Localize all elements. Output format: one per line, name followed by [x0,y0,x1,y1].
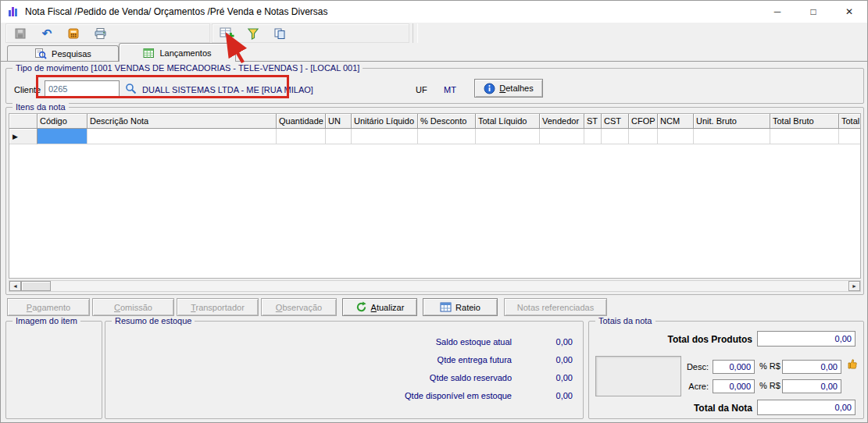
grid-cell[interactable] [418,129,476,144]
grid-cell[interactable] [839,129,861,144]
totals-legend: Totais da nota [595,316,655,325]
total-produtos-label: Total dos Produtos [668,334,752,345]
item-image-legend: Imagem do item [13,316,80,325]
item-image-groupbox: Imagem do item [5,321,102,419]
action-button-label: Rateio [455,303,480,312]
action-button-pagamento[interactable]: Pagamento [7,298,90,316]
grid-cell[interactable] [540,129,584,144]
cliente-code-input[interactable] [45,80,120,98]
grid-header-cell[interactable]: Unitário Líquido [352,114,418,129]
save-icon [14,27,27,40]
acre-label: Acre: [685,382,709,391]
action-button-notas-referenciadas[interactable]: Notas referenciadas [504,298,607,316]
grid-row-selector[interactable]: ▶ [9,129,38,144]
total-nota-value: 0,00 [757,400,855,415]
grid-cell[interactable] [658,129,694,144]
calculator-button[interactable] [63,24,84,42]
grid-header-cell[interactable]: CST [602,114,629,129]
grid-header-cell[interactable]: Total [839,114,861,129]
ledger-icon [143,48,155,59]
thumbs-up-icon[interactable] [846,357,859,371]
grid-cell[interactable] [629,129,658,144]
table-icon [440,302,452,312]
filter-icon [247,27,259,40]
grid-header-row: CódigoDescrição NotaQuantidadeUNUnitário… [9,114,860,129]
toolbar-panel-main: ↶ [5,23,210,43]
tab-lancamentos[interactable]: Lançamentos [119,43,236,62]
print-button[interactable] [90,24,110,42]
action-button-label: Comissão [114,303,152,312]
grid-cell[interactable] [584,129,602,144]
undo-button[interactable]: ↶ [37,24,57,42]
action-button-observacao[interactable]: Observação [261,298,337,316]
grid-header-cell[interactable]: Total Líquido [476,114,540,129]
grid-cell[interactable] [476,129,540,144]
horizontal-scrollbar[interactable]: ◄ ► [9,280,861,292]
action-button-transportador[interactable]: Transportador [177,298,259,316]
minimize-button[interactable]: ─ [759,1,795,23]
grid-cell[interactable] [88,129,277,144]
tab-lancamentos-label: Lançamentos [159,48,211,58]
stock-value: 0,00 [512,355,573,364]
total-nota-label: Total da Nota [694,403,752,414]
grid-data-row: ▶ [9,129,860,144]
grid-cell[interactable] [326,129,352,144]
grid-header-cell[interactable]: Descrição Nota [88,114,277,129]
stock-row: Qtde entrega futura0,00 [113,350,573,368]
filter-button[interactable] [243,24,263,42]
acre-percent-field[interactable]: 0,000 [713,379,755,393]
grid-cell[interactable] [602,129,629,144]
detalhes-button[interactable]: Detalhes [474,79,543,98]
grid-cell[interactable] [694,129,770,144]
stock-label: Saldo estoque atual [436,337,512,347]
scrollbar-thumb[interactable] [21,281,51,291]
grid-header-cell[interactable]: CFOP [629,114,658,129]
info-icon [484,83,495,94]
printer-icon [94,27,107,40]
action-button-label: Pagamento [27,303,70,312]
grid-cell[interactable] [770,129,839,144]
grid-header-cell[interactable]: ST [584,114,602,129]
grid-header-cell[interactable]: % Desconto [418,114,476,129]
total-produtos-value: 0,00 [757,331,855,347]
items-groupbox: Itens da nota CódigoDescrição NotaQuanti… [5,107,864,295]
acre-value-field[interactable]: 0,00 [782,379,841,393]
content-pane: Tipo de movimento [1001 VENDAS DE MERCAD… [1,61,867,422]
grid-cell[interactable] [38,129,88,144]
save-button[interactable] [10,24,30,42]
add-item-button[interactable] [216,24,237,42]
stock-row: Qtde saldo reservado0,00 [113,368,573,386]
grid-header-cell[interactable]: NCM [658,114,694,129]
items-legend: Itens da nota [13,102,69,112]
scroll-left-button[interactable]: ◄ [9,281,21,291]
scroll-right-button[interactable]: ► [848,281,860,291]
action-button-label: Notas referenciadas [517,303,594,312]
stock-label: Qtde saldo reservado [430,373,512,382]
stock-row: Saldo estoque atual0,00 [113,332,573,350]
grid-header-cell[interactable] [9,114,38,129]
grid-cell[interactable] [352,129,418,144]
grid-header-cell[interactable]: Total Bruto [770,114,839,129]
stock-label: Qtde disponível em estoque [405,391,512,400]
search-icon[interactable] [125,83,137,96]
stock-value: 0,00 [512,337,573,347]
action-button-rateio[interactable]: Rateio [423,298,498,316]
tab-pesquisas[interactable]: Pesquisas [7,45,119,61]
grid-header-cell[interactable]: Quantidade [277,114,326,129]
grid-header-cell[interactable]: Unit. Bruto [694,114,770,129]
search-page-icon [34,48,47,59]
action-button-comissao[interactable]: Comissão [92,298,174,316]
stock-value: 0,00 [512,373,573,382]
copy-button[interactable] [270,24,290,42]
stock-row: Qtde disponível em estoque0,00 [113,386,573,404]
app-icon [7,5,20,18]
close-button[interactable]: ✕ [831,1,867,23]
action-button-atualizar[interactable]: Atualizar [342,298,417,316]
grid-cell[interactable] [277,129,326,144]
grid-header-cell[interactable]: Vendedor [540,114,584,129]
grid-header-cell[interactable]: Código [38,114,88,129]
grid-header-cell[interactable]: UN [326,114,352,129]
desc-percent-field[interactable]: 0,000 [713,360,755,374]
desc-value-field[interactable]: 0,00 [782,360,841,374]
maximize-button[interactable]: □ [795,1,831,23]
